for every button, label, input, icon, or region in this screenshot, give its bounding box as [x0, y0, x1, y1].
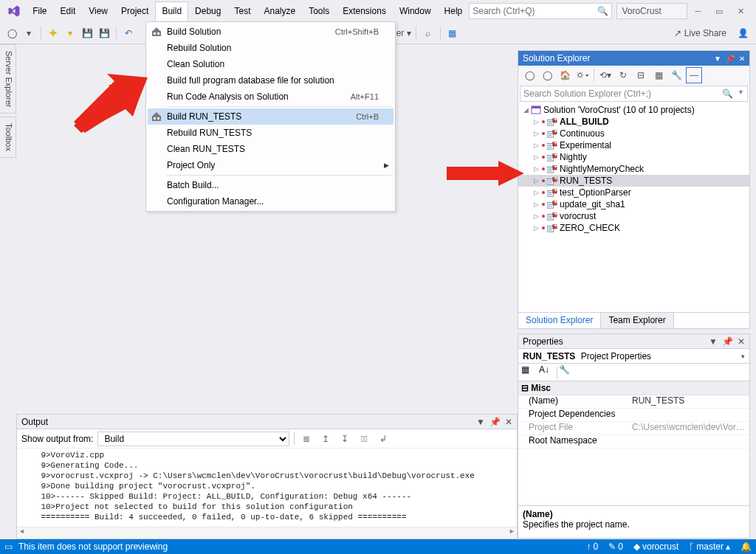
extension-icon[interactable]: ▦ — [445, 26, 460, 41]
expand-icon[interactable]: ▷ — [532, 212, 540, 220]
menu-item[interactable]: Build SolutionCtrl+Shift+B — [148, 24, 394, 40]
pin-icon[interactable]: 📌 — [722, 336, 733, 347]
menu-item[interactable]: Build RUN_TESTSCtrl+B — [148, 108, 394, 125]
window-restore-icon[interactable]: ▭ — [709, 7, 730, 16]
property-pages-icon[interactable]: 🔧 — [559, 364, 575, 381]
expand-icon[interactable]: ▷ — [532, 177, 540, 184]
expand-icon[interactable]: ▷ — [532, 130, 540, 137]
menu-item[interactable]: Batch Build... — [148, 177, 394, 193]
expand-icon[interactable]: ▷ — [532, 153, 540, 161]
show-all-icon[interactable]: ▦ — [650, 67, 667, 83]
new-item-icon[interactable]: ✚ — [46, 26, 61, 41]
project-node[interactable]: ▷++Nightly — [518, 151, 749, 163]
expand-icon[interactable]: ▷ — [532, 118, 540, 125]
refresh-icon[interactable]: ↻ — [615, 67, 631, 83]
quick-search-input[interactable]: Search (Ctrl+Q) 🔍 — [469, 3, 612, 19]
chevron-down-icon[interactable]: ▼ — [738, 89, 744, 99]
nav-fwd-icon[interactable]: ▾ — [21, 26, 36, 41]
project-node[interactable]: ▷++NightlyMemoryCheck — [518, 163, 749, 175]
window-close-icon[interactable]: ✕ — [730, 7, 752, 16]
side-tab-toolbox[interactable]: Toolbox — [0, 117, 16, 158]
expand-icon[interactable]: ▷ — [532, 189, 540, 196]
undo-icon[interactable]: ↶ — [121, 26, 136, 41]
dropdown-arrow-icon[interactable]: ▼ — [714, 55, 721, 63]
home-icon[interactable]: 🏠 — [557, 67, 573, 83]
open-icon[interactable]: ▾ — [63, 26, 78, 41]
menu-project[interactable]: Project — [114, 1, 155, 21]
solution-tree[interactable]: ◢Solution 'VoroCrust' (10 of 10 projects… — [518, 103, 749, 312]
menu-file[interactable]: File — [26, 1, 53, 21]
menu-item[interactable]: Clean Solution — [148, 56, 394, 72]
menu-item[interactable]: Build full program database file for sol… — [148, 72, 394, 89]
notifications-icon[interactable]: 🔔 — [740, 541, 752, 552]
property-grid[interactable]: ⊟ Misc (Name)RUN_TESTSProject Dependenci… — [518, 381, 749, 505]
menu-view[interactable]: View — [82, 1, 114, 21]
menu-debug[interactable]: Debug — [188, 1, 227, 21]
pin-icon[interactable]: 📌 — [726, 55, 735, 63]
repo-icon[interactable]: ◆ vorocrust — [633, 541, 678, 552]
properties-object-combo[interactable]: RUN_TESTS Project Properties ▾ — [518, 349, 749, 364]
fwd-icon[interactable]: ◯ — [539, 67, 555, 83]
account-icon[interactable]: 👤 — [738, 28, 749, 38]
menu-tools[interactable]: Tools — [302, 1, 336, 21]
project-node[interactable]: ▷++test_OptionParser — [518, 187, 749, 198]
menu-window[interactable]: Window — [393, 1, 438, 21]
menu-item[interactable]: Project Only▶ — [148, 157, 394, 173]
project-node[interactable]: ▷++update_git_sha1 — [518, 198, 749, 210]
menu-help[interactable]: Help — [438, 1, 470, 21]
clear-icon[interactable]: ✕⃞ — [357, 432, 371, 446]
expand-icon[interactable]: ▷ — [532, 224, 540, 232]
explorer-tab[interactable]: Team Explorer — [601, 313, 673, 328]
back-icon[interactable]: ◯ — [521, 67, 537, 83]
prev-msg-icon[interactable]: ↥ — [318, 432, 333, 446]
property-row[interactable]: Project Dependencies — [518, 409, 749, 422]
wordwrap-icon[interactable]: ↲ — [376, 432, 391, 446]
property-row[interactable]: Project FileC:\Users\wcmclen\dev\VoroCru… — [518, 422, 749, 435]
menu-edit[interactable]: Edit — [54, 1, 83, 21]
expand-icon[interactable]: ▷ — [532, 142, 540, 149]
expand-icon[interactable]: ▷ — [532, 165, 540, 173]
nav-back-icon[interactable]: ◯ — [4, 26, 19, 41]
preview-icon[interactable]: — — [686, 67, 702, 83]
menu-build[interactable]: Build — [155, 1, 188, 21]
solution-dropdown[interactable]: VoroCrust — [616, 3, 687, 19]
horizontal-scrollbar[interactable] — [17, 527, 517, 539]
project-node[interactable]: ▷++vorocrust — [518, 210, 749, 222]
properties-icon[interactable]: 🔧 — [668, 67, 684, 83]
publish-up-icon[interactable]: ↑ 0 — [587, 541, 599, 552]
save-all-icon[interactable]: 💾 — [97, 26, 111, 41]
output-text[interactable]: 9>VoroViz.cpp 9>Generating Code... 9>vor… — [17, 449, 517, 527]
alphabetical-icon[interactable]: A↓ — [539, 364, 555, 381]
categorized-icon[interactable]: ▦ — [521, 364, 537, 381]
window-minimize-icon[interactable]: ─ — [687, 7, 709, 15]
project-node[interactable]: ▷++Experimental — [518, 139, 749, 151]
side-tab-server-explorer[interactable]: Server Explorer — [0, 44, 16, 114]
menu-item[interactable]: Clean RUN_TESTS — [148, 141, 394, 157]
project-node[interactable]: ▷++RUN_TESTS — [518, 175, 749, 187]
branch-icon[interactable]: ᚴ master ▴ — [689, 541, 730, 552]
dropdown-arrow-icon[interactable]: ▼ — [709, 336, 718, 347]
dropdown-arrow-icon[interactable]: ▼ — [476, 417, 485, 427]
menu-extensions[interactable]: Extensions — [336, 1, 393, 21]
solution-root[interactable]: ◢Solution 'VoroCrust' (10 of 10 projects… — [518, 104, 749, 116]
expand-icon[interactable]: ▷ — [532, 201, 540, 208]
menu-analyze[interactable]: Analyze — [257, 1, 302, 21]
collapse-icon[interactable]: ⊟ — [633, 67, 649, 83]
find-in-files-icon[interactable]: ⌕ — [421, 26, 436, 41]
menu-test[interactable]: Test — [227, 1, 257, 21]
next-msg-icon[interactable]: ↧ — [337, 432, 352, 446]
scope-icon[interactable]: ⟲▾ — [597, 67, 614, 83]
menu-item[interactable]: Run Code Analysis on SolutionAlt+F11 — [148, 89, 394, 105]
project-node[interactable]: ▷++Continuous — [518, 128, 749, 139]
solution-search-input[interactable]: Search Solution Explorer (Ctrl+;) 🔍 ▼ — [520, 86, 748, 102]
sync-view-icon[interactable]: ⛭▾ — [574, 67, 591, 83]
menu-item[interactable]: Configuration Manager... — [148, 193, 394, 210]
pin-icon[interactable]: 📌 — [489, 417, 501, 427]
live-share-button[interactable]: ↗ Live Share — [674, 28, 726, 38]
menu-item[interactable]: Rebuild RUN_TESTS — [148, 125, 394, 141]
close-icon[interactable]: ✕ — [738, 336, 745, 347]
menu-item[interactable]: Rebuild Solution — [148, 40, 394, 56]
project-node[interactable]: ▷++ZERO_CHECK — [518, 222, 749, 234]
close-icon[interactable]: ✕ — [505, 417, 512, 427]
property-row[interactable]: (Name)RUN_TESTS — [518, 395, 749, 409]
